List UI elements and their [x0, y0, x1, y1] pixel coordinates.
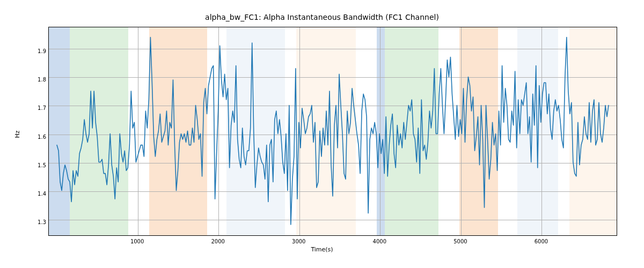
x-tick-label: 3000 [292, 239, 305, 244]
y-tick-label: 1.7 [30, 105, 46, 111]
chart-figure: alpha_bw_FC1: Alpha Instantaneous Bandwi… [0, 0, 644, 268]
y-tick-label: 1.5 [30, 162, 46, 168]
plot-area [48, 27, 617, 236]
y-tick-label: 1.6 [30, 133, 46, 139]
y-tick-label: 1.9 [30, 48, 46, 54]
x-tick-label: 1000 [130, 239, 144, 244]
y-tick-label: 1.8 [30, 77, 46, 83]
x-tick-label: 2000 [211, 239, 224, 244]
x-tick-label: 5000 [453, 239, 467, 244]
y-tick-label: 1.4 [30, 190, 46, 196]
line-series [49, 27, 617, 235]
chart-title: alpha_bw_FC1: Alpha Instantaneous Bandwi… [0, 13, 644, 21]
x-tick-label: 6000 [535, 239, 548, 244]
y-axis-label: Hz [13, 0, 21, 268]
x-axis-label: Time(s) [0, 246, 644, 253]
y-tick-label: 1.3 [30, 219, 46, 225]
x-tick-label: 4000 [373, 239, 386, 244]
